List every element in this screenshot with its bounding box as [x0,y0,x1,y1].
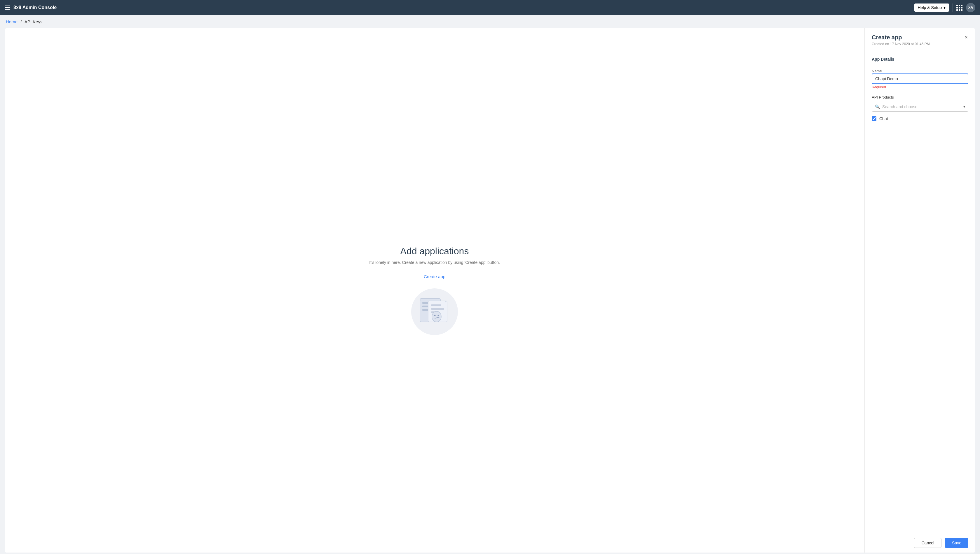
svg-rect-5 [431,304,441,306]
chevron-down-icon: ▾ [963,105,965,109]
help-setup-label: Help & Setup [918,5,942,10]
section-heading: App Details [872,57,968,64]
brand-logo: 8x8 Admin Console [13,5,57,10]
cancel-button[interactable]: Cancel [914,538,942,548]
svg-point-10 [438,315,439,316]
create-app-link[interactable]: Create app [424,274,445,279]
avatar-initials: XA [968,6,973,10]
chevron-down-icon: ▾ [943,5,946,10]
svg-text:·: · [423,323,423,325]
brand-suffix: Admin Console [22,5,57,10]
breadcrumb: Home / API Keys [0,15,980,28]
api-products-label: API Products [872,95,968,99]
chat-checkbox-row: Chat [872,116,968,121]
svg-text:+: + [420,298,421,301]
svg-point-9 [434,315,436,316]
page-subtitle: It's lonely in here. Create a new applic… [369,260,500,265]
name-label: Name [872,69,882,73]
breadcrumb-home[interactable]: Home [6,19,18,24]
breadcrumb-current: API Keys [24,19,43,24]
main-layout: Add applications It's lonely in here. Cr… [5,28,975,552]
side-panel-footer: Cancel Save [865,533,975,552]
illustration-svg: + + · + [417,296,452,328]
svg-text:+: + [446,319,448,323]
svg-text:+: + [445,301,446,303]
side-panel-header: Create app × Created on 17 Nov 2020 at 0… [865,28,975,51]
svg-point-8 [432,311,441,322]
content-panel: Add applications It's lonely in here. Cr… [5,28,864,552]
header-right: Help & Setup ▾ XA [915,3,976,12]
page-title: Add applications [401,246,469,256]
header-divider [953,3,953,12]
save-button[interactable]: Save [945,538,968,548]
help-setup-button[interactable]: Help & Setup ▾ [915,3,950,12]
name-input[interactable] [872,73,968,84]
avatar[interactable]: XA [966,3,975,12]
breadcrumb-separator: / [21,19,22,24]
hamburger-menu[interactable] [5,6,10,10]
search-placeholder-text: Search and choose [882,104,961,109]
close-button[interactable]: × [964,34,968,41]
svg-rect-6 [431,308,444,310]
side-panel-subtitle: Created on 17 Nov 2020 at 01:45 PM [872,42,968,46]
header-left: 8x8 Admin Console [5,5,57,10]
side-panel-title-row: Create app × [872,34,968,41]
app-header: 8x8 Admin Console Help & Setup ▾ XA [0,0,980,15]
search-icon: 🔍 [875,104,880,109]
chat-checkbox-label: Chat [879,116,888,121]
side-panel: Create app × Created on 17 Nov 2020 at 0… [864,28,975,552]
side-panel-title: Create app [872,34,902,41]
side-panel-content: App Details Name Required API Products 🔍… [865,51,975,533]
empty-state-illustration: + + · + [411,288,458,335]
required-message: Required [872,85,968,89]
brand-name: 8x8 [13,5,21,10]
api-products-section: API Products 🔍 Search and choose ▾ Chat [872,95,968,121]
apps-grid-icon[interactable] [956,5,962,11]
name-field-group: Name Required [872,68,968,89]
api-products-search[interactable]: 🔍 Search and choose ▾ [872,102,968,111]
chat-checkbox[interactable] [872,116,876,121]
